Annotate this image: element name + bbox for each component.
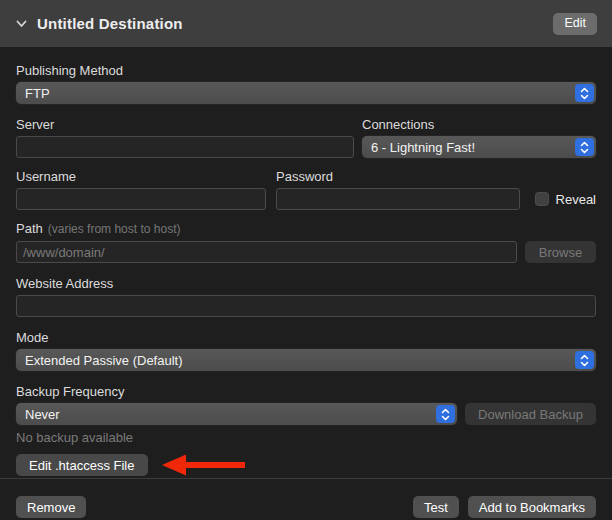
backup-status-text: No backup available — [16, 430, 596, 445]
edit-htaccess-button[interactable]: Edit .htaccess File — [16, 454, 148, 476]
server-label: Server — [16, 117, 354, 132]
reveal-checkbox[interactable] — [535, 192, 549, 206]
mode-select[interactable]: Extended Passive (Default) — [16, 349, 596, 371]
backup-frequency-value: Never — [25, 407, 60, 422]
panel-header: Untitled Destination Edit — [0, 0, 612, 47]
connections-select[interactable]: 6 - Lightning Fast! — [362, 136, 596, 158]
username-label: Username — [16, 169, 266, 184]
mode-value: Extended Passive (Default) — [25, 353, 183, 368]
server-group: Server — [16, 117, 354, 158]
test-button[interactable]: Test — [413, 496, 459, 518]
password-input[interactable] — [276, 188, 520, 210]
popup-stepper-icon — [436, 405, 455, 423]
htaccess-row: Edit .htaccess File — [16, 452, 596, 478]
reveal-label: Reveal — [556, 192, 596, 207]
website-address-group: Website Address — [16, 276, 596, 317]
mode-label: Mode — [16, 330, 596, 345]
destination-form: Publishing Method FTP Server Connections… — [0, 47, 612, 478]
backup-frequency-group: Backup Frequency Never Download Backup N… — [16, 384, 596, 445]
path-hint: (varies from host to host) — [48, 222, 181, 236]
destination-title: Untitled Destination — [37, 15, 183, 32]
download-backup-button[interactable]: Download Backup — [465, 403, 596, 425]
popup-stepper-icon — [575, 351, 594, 369]
connections-group: Connections 6 - Lightning Fast! — [362, 117, 596, 158]
backup-frequency-label: Backup Frequency — [16, 384, 596, 399]
server-input[interactable] — [16, 136, 354, 158]
website-address-label: Website Address — [16, 276, 596, 291]
password-label: Password — [276, 169, 520, 184]
destination-panel: Untitled Destination Edit Publishing Met… — [0, 0, 612, 520]
red-arrow-left-icon — [161, 452, 247, 478]
publishing-method-group: Publishing Method FTP — [16, 63, 596, 104]
credentials-row: Username Password Reveal — [16, 169, 596, 210]
reveal-group: Reveal — [530, 188, 596, 210]
backup-frequency-select[interactable]: Never — [16, 403, 457, 425]
publishing-method-select[interactable]: FTP — [16, 82, 596, 104]
remove-button[interactable]: Remove — [16, 496, 86, 518]
path-input[interactable] — [16, 241, 517, 263]
website-address-input[interactable] — [16, 295, 596, 317]
popup-stepper-icon — [575, 84, 594, 102]
publishing-method-value: FTP — [25, 86, 50, 101]
path-label: Path — [16, 221, 43, 236]
path-group: Path(varies from host to host) Browse — [16, 221, 596, 263]
mode-group: Mode Extended Passive (Default) — [16, 330, 596, 371]
add-to-bookmarks-button[interactable]: Add to Bookmarks — [468, 496, 596, 518]
password-group: Password — [276, 169, 520, 210]
popup-stepper-icon — [575, 138, 594, 156]
browse-button[interactable]: Browse — [525, 241, 596, 263]
disclosure-chevron-icon[interactable] — [15, 18, 27, 30]
server-connections-row: Server Connections 6 - Lightning Fast! — [16, 117, 596, 158]
publishing-method-label: Publishing Method — [16, 63, 596, 78]
edit-button[interactable]: Edit — [553, 13, 597, 35]
footer-bar: Remove Test Add to Bookmarks — [0, 479, 612, 520]
connections-value: 6 - Lightning Fast! — [371, 140, 475, 155]
connections-label: Connections — [362, 117, 596, 132]
username-input[interactable] — [16, 188, 266, 210]
username-group: Username — [16, 169, 266, 210]
